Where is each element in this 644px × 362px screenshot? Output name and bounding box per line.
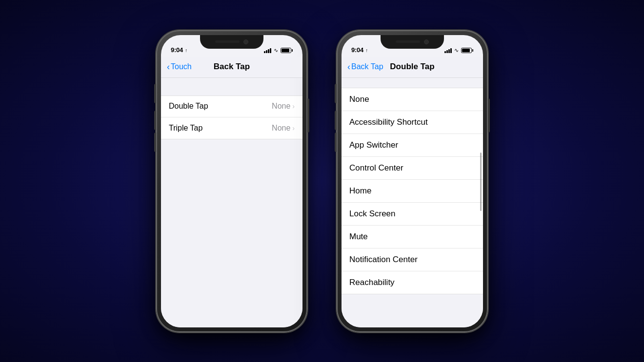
right-back-label[interactable]: Back Tap <box>351 62 383 71</box>
right-controlcenter-label: Control Center <box>349 163 403 173</box>
right-battery-icon <box>461 48 473 53</box>
left-phone: 9:04 ↑ ∿ <box>156 30 307 332</box>
right-speaker <box>396 40 420 43</box>
left-back-chevron: ‹ <box>167 62 170 71</box>
right-battery-fill <box>462 49 470 52</box>
right-scroll-indicator <box>480 152 482 211</box>
right-appswitcher-label: App Switcher <box>349 140 398 150</box>
right-accessibility-row[interactable]: Accessibility Shortcut <box>342 111 483 134</box>
left-triple-tap-row[interactable]: Triple Tap None › <box>161 117 302 139</box>
right-battery-body <box>461 48 472 53</box>
right-mute-label: Mute <box>349 232 368 242</box>
signal-bar-3 <box>268 49 269 53</box>
right-lockscreen-row[interactable]: Lock Screen <box>342 203 483 226</box>
right-content: None Accessibility Shortcut App Switcher… <box>342 78 483 327</box>
left-battery-fill <box>282 49 289 52</box>
left-battery-body <box>281 48 291 53</box>
right-location-icon: ↑ <box>365 48 368 53</box>
left-signal <box>264 48 271 53</box>
right-controlcenter-row[interactable]: Control Center <box>342 157 483 180</box>
left-battery-icon <box>281 48 293 53</box>
left-double-tap-value-text: None <box>272 102 290 111</box>
left-camera <box>243 39 248 44</box>
right-lockscreen-label: Lock Screen <box>349 209 396 219</box>
signal-bar-4 <box>270 48 271 53</box>
right-status-icons: ∿ <box>444 47 473 54</box>
left-nav-title: Back Tap <box>214 62 250 72</box>
right-accessibility-label: Accessibility Shortcut <box>349 117 428 127</box>
right-list-section: None Accessibility Shortcut App Switcher… <box>342 88 483 294</box>
right-nav-bar: ‹ Back Tap Double Tap <box>342 57 483 78</box>
right-none-label: None <box>349 95 369 104</box>
signal-bar-1 <box>264 51 265 53</box>
left-location-icon: ↑ <box>185 48 187 53</box>
right-none-row[interactable]: None <box>342 88 483 111</box>
left-double-tap-value: None › <box>272 102 295 111</box>
left-double-tap-row[interactable]: Double Tap None › <box>161 96 302 117</box>
right-home-label: Home <box>349 186 371 196</box>
left-battery-tip <box>292 49 293 52</box>
right-battery-tip <box>472 49 473 52</box>
right-signal-bar-3 <box>448 49 450 53</box>
left-back-label[interactable]: Touch <box>171 62 192 71</box>
left-content: Double Tap None › Triple Tap None › <box>161 78 302 327</box>
right-phone-screen: 9:04 ↑ ∿ <box>342 35 483 327</box>
left-time: 9:04 ↑ <box>171 46 187 54</box>
left-notch <box>200 35 263 49</box>
left-triple-tap-label: Triple Tap <box>169 124 202 133</box>
right-phone: 9:04 ↑ ∿ <box>337 30 488 332</box>
right-signal-bar-1 <box>444 51 446 53</box>
left-double-tap-label: Double Tap <box>169 102 208 111</box>
left-back-button[interactable]: ‹ Touch <box>167 62 192 71</box>
right-reachability-row[interactable]: Reachability <box>342 271 483 294</box>
signal-bar-2 <box>266 50 267 53</box>
right-time: 9:04 ↑ <box>351 46 368 54</box>
right-back-button[interactable]: ‹ Back Tap <box>347 62 383 71</box>
right-camera <box>424 39 429 44</box>
right-signal-bar-2 <box>446 50 448 53</box>
right-wifi-icon: ∿ <box>454 47 459 54</box>
left-double-tap-chevron: › <box>292 102 295 110</box>
right-home-row[interactable]: Home <box>342 180 483 203</box>
right-nav-title: Double Tap <box>390 62 434 72</box>
left-status-icons: ∿ <box>264 47 293 54</box>
left-list-section: Double Tap None › Triple Tap None › <box>161 95 302 139</box>
left-wifi-icon: ∿ <box>274 47 278 54</box>
left-speaker <box>215 40 240 43</box>
left-top-spacer <box>161 78 302 95</box>
left-triple-tap-value: None › <box>272 124 295 133</box>
right-reachability-label: Reachability <box>349 278 395 287</box>
right-notch <box>381 35 444 49</box>
right-mute-row[interactable]: Mute <box>342 226 483 248</box>
left-phone-screen: 9:04 ↑ ∿ <box>161 35 302 327</box>
left-triple-tap-value-text: None <box>272 124 290 133</box>
left-nav-bar: ‹ Touch Back Tap <box>161 57 302 78</box>
right-appswitcher-row[interactable]: App Switcher <box>342 134 483 157</box>
right-notification-label: Notification Center <box>349 255 418 265</box>
right-signal-bar-4 <box>450 48 452 53</box>
right-top-spacer <box>342 78 483 88</box>
right-notification-row[interactable]: Notification Center <box>342 248 483 271</box>
right-back-chevron: ‹ <box>347 62 350 71</box>
right-signal <box>444 48 452 53</box>
left-triple-tap-chevron: › <box>292 124 295 132</box>
